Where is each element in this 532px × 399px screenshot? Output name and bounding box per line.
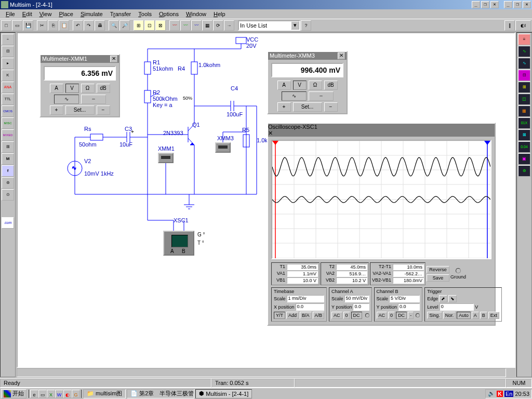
trig-level[interactable]: 0 [440,303,474,311]
tool-run-switch[interactable]: ◐I [515,20,531,31]
menu-help[interactable]: Help [210,11,229,17]
comp-cmos[interactable]: CMOS [2,105,14,117]
tool-copy[interactable]: ⎘ [48,20,58,31]
comp-ttl[interactable]: TTL [2,94,14,105]
instr-9[interactable]: ⊠ [518,129,530,141]
xmm3-mode-db[interactable]: dB [324,81,338,90]
menu-window[interactable]: Window [182,11,210,17]
mdi-minimize-button[interactable]: _ [504,1,512,8]
ql-app2[interactable]: G [72,390,80,398]
xmm3-minus[interactable]: − [324,102,338,112]
btn-ab[interactable]: A/B [313,312,325,319]
chb-ypos[interactable]: 0.0 [398,303,420,311]
comp-diode[interactable]: ▸ [2,58,14,69]
multimeter-xmm1-window[interactable]: Multimeter-XMM1✕ 6.356 mV A V Ω dB ∿ ⎓ +… [39,54,120,117]
tool-new[interactable]: □ [1,20,11,31]
tool-a1[interactable]: ⊞ [134,20,144,31]
instr-3[interactable]: ∿ [518,58,530,69]
cha-ypos[interactable]: 0.0 [353,303,369,311]
instr-10[interactable]: 0.04 [518,141,530,153]
menu-place[interactable]: Place [55,11,77,17]
menu-file[interactable]: File [2,11,19,17]
start-button[interactable]: 开始 [1,389,26,398]
menu-view[interactable]: View [36,11,56,17]
scope-save-button[interactable]: Save [427,274,449,282]
combo-arrow-icon[interactable]: ▾ [291,21,299,30]
btn-add[interactable]: Add [286,312,299,319]
comp-f[interactable]: f [2,165,14,177]
tool-w4[interactable]: ▦ [202,20,212,31]
comp-basic[interactable]: ⊟ [2,46,14,57]
instr-1[interactable]: ≡ [518,34,530,45]
comp-ind[interactable]: ⊞ [2,141,14,153]
instr-7[interactable]: ▦ [518,105,530,117]
menu-transfer[interactable]: Transfer [107,11,135,17]
minimize-button[interactable]: _ [472,1,480,8]
close-button[interactable]: ✕ [490,1,499,8]
system-tray[interactable]: 🔊 K En 20:53 [485,389,532,398]
in-use-combo[interactable]: In Use List ▾ [238,20,300,31]
mdi-close-button[interactable]: ✕ [523,1,531,8]
chb-dc[interactable]: DC [396,312,407,319]
edge-fall[interactable]: ⬊ [448,295,457,302]
comp-misc[interactable]: MISC [2,117,14,129]
instr-5[interactable]: ⊞ [518,82,530,93]
schematic-canvas[interactable]: ∿ [17,32,515,368]
tool-print[interactable]: 🖶 [95,20,105,31]
xmm3-mode-ohm[interactable]: Ω [309,81,322,90]
ql-desktop[interactable]: ▭ [38,390,47,398]
xmm1-mode-v[interactable]: V [65,84,79,93]
xmm3-mode-a[interactable]: A [277,81,291,90]
xmm1-icon[interactable] [158,153,174,163]
xmm1-dc[interactable]: ⎓ [81,95,106,104]
ql-app[interactable]: ◐ [63,390,72,398]
xmm1-minus[interactable]: − [97,105,110,115]
xmm1-mode-ohm[interactable]: Ω [81,84,95,93]
xmm3-ac[interactable]: ∿ [282,91,307,101]
ql-ie[interactable]: e [30,390,38,398]
comp-transistor[interactable]: K [2,70,14,81]
tool-w3[interactable]: 〰 [191,20,202,31]
chb-ac[interactable]: AC [377,312,388,319]
xmm3-icon[interactable] [215,142,231,153]
cha-dc[interactable]: DC [351,312,362,319]
ql-word[interactable]: W [55,390,63,398]
instr-2[interactable]: ∿ [518,46,530,57]
menu-edit[interactable]: Edit [19,11,36,17]
xmm1-ac[interactable]: ∿ [54,95,79,104]
ground-terminal[interactable] [456,268,461,273]
cha-ac[interactable]: AC [331,312,342,319]
chb-neg[interactable]: - [408,312,414,319]
tool-pause[interactable]: ‖ [504,20,515,31]
menu-simulate[interactable]: Simulate [77,11,107,17]
mdi-restore-button[interactable]: ❐ [513,1,522,8]
comp-mixed[interactable]: MIXED [2,129,14,141]
xmm1-mode-a[interactable]: A [50,84,63,93]
trig-ext[interactable]: Ext [488,312,499,319]
xmm1-mode-db[interactable]: dB [97,84,110,93]
xmm3-dc[interactable]: ⎓ [309,91,334,101]
tool-open[interactable]: ▭ [12,20,22,31]
instr-4[interactable]: ⊡ [518,70,530,81]
timebase-scale[interactable]: 1 ms/Div [287,295,325,302]
chb-scale[interactable]: 5 V/Div [389,295,420,302]
trig-nor[interactable]: Nor. [443,312,456,319]
xmm3-set-button[interactable]: Set... [293,102,322,112]
tool-w2[interactable]: 〰 [180,20,191,31]
comp-elec[interactable]: ⊛ [2,177,14,189]
cha-scale[interactable]: 50 mV/Div [344,295,369,302]
xmm3-plus[interactable]: + [277,102,291,112]
trig-auto[interactable]: Auto [457,312,471,319]
trig-a[interactable]: A [472,312,479,319]
tool-w5[interactable]: ⟳ [213,20,223,31]
cha-0[interactable]: 0 [343,312,350,319]
btn-ba[interactable]: B/A [300,312,312,319]
chb-terminal[interactable] [416,313,420,317]
taskbtn-multisim[interactable]: ⬢Multisim - [2-4-1] [195,389,252,398]
tool-paste[interactable]: 📋 [59,20,69,31]
cha-terminal[interactable] [365,313,369,317]
xmm3-close-button[interactable]: ✕ [338,52,345,59]
scope-close-button[interactable]: ✕ [268,130,495,137]
btn-yt[interactable]: Y/T [274,312,285,319]
scrollbar-horizontal[interactable] [17,368,506,377]
